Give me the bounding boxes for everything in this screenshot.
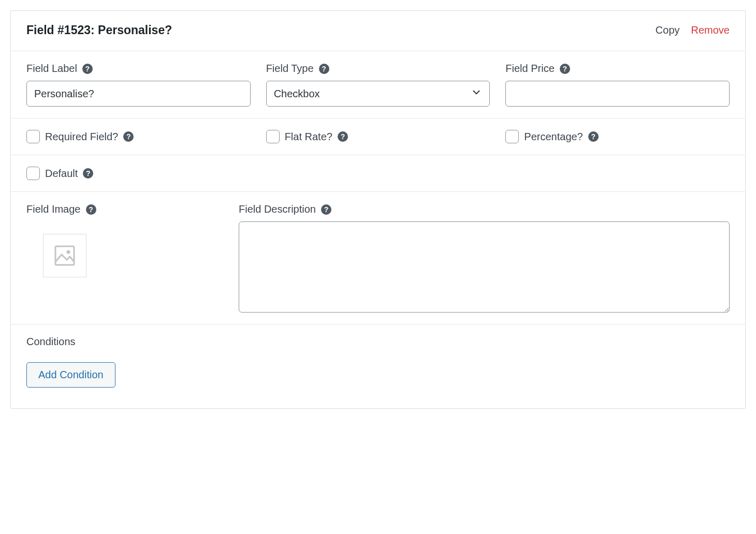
help-icon[interactable]: ? (86, 204, 96, 215)
help-icon[interactable]: ? (338, 131, 348, 142)
required-field-row: Required Field? ? (26, 130, 251, 143)
copy-link[interactable]: Copy (656, 24, 680, 36)
svg-point-1 (66, 250, 70, 254)
help-icon[interactable]: ? (319, 64, 329, 74)
percentage-label: Percentage? (524, 131, 583, 143)
field-image-caption: Field Image (26, 203, 81, 215)
field-price-input[interactable] (505, 81, 730, 107)
field-type-caption: Field Type (266, 63, 314, 75)
field-type-value: Checkbox (274, 88, 320, 100)
add-condition-button[interactable]: Add Condition (26, 362, 115, 388)
flat-rate-row: Flat Rate? ? (266, 130, 490, 143)
help-icon[interactable]: ? (82, 64, 93, 74)
help-icon[interactable]: ? (588, 131, 599, 142)
flat-rate-checkbox[interactable] (266, 130, 280, 143)
help-icon[interactable]: ? (83, 168, 93, 179)
image-placeholder[interactable] (43, 234, 86, 277)
conditions-caption: Conditions (26, 336, 730, 348)
field-description-block: Field Description ? (239, 203, 730, 313)
field-price-block: Field Price ? (505, 63, 730, 107)
svg-rect-0 (55, 246, 74, 265)
field-label-block: Field Label ? (26, 63, 251, 107)
field-panel: Field #1523: Personalise? Copy Remove Fi… (10, 10, 746, 409)
help-icon[interactable]: ? (560, 64, 570, 74)
panel-header: Field #1523: Personalise? Copy Remove (11, 11, 745, 51)
field-type-block: Field Type ? Checkbox (266, 63, 490, 107)
default-row: Default ? (11, 155, 745, 191)
percentage-checkbox[interactable] (505, 130, 519, 143)
panel-title: Field #1523: Personalise? (26, 23, 172, 37)
required-checkbox[interactable] (26, 130, 40, 143)
image-icon (52, 243, 77, 268)
field-price-caption: Field Price (505, 63, 554, 75)
flags-row: Required Field? ? Flat Rate? ? Percentag… (11, 118, 745, 155)
percentage-row: Percentage? ? (505, 130, 730, 143)
chevron-down-icon (471, 87, 482, 101)
field-description-caption: Field Description (239, 203, 316, 215)
field-label-input[interactable] (26, 81, 251, 107)
field-label-caption: Field Label (26, 63, 77, 75)
default-label: Default (45, 168, 78, 180)
field-description-textarea[interactable] (239, 221, 730, 313)
field-type-select[interactable]: Checkbox (266, 81, 490, 107)
remove-link[interactable]: Remove (691, 24, 730, 36)
panel-actions: Copy Remove (656, 24, 730, 36)
field-basic-row: Field Label ? Field Type ? Checkbox Fiel… (11, 51, 745, 118)
default-checkbox[interactable] (26, 167, 40, 180)
help-icon[interactable]: ? (321, 204, 331, 215)
required-label: Required Field? (45, 131, 118, 143)
image-description-row: Field Image ? Field Description ? (11, 192, 745, 324)
help-icon[interactable]: ? (123, 131, 134, 142)
field-image-block: Field Image ? (26, 203, 223, 277)
conditions-section: Conditions Add Condition (11, 324, 745, 408)
flat-rate-label: Flat Rate? (285, 131, 332, 143)
